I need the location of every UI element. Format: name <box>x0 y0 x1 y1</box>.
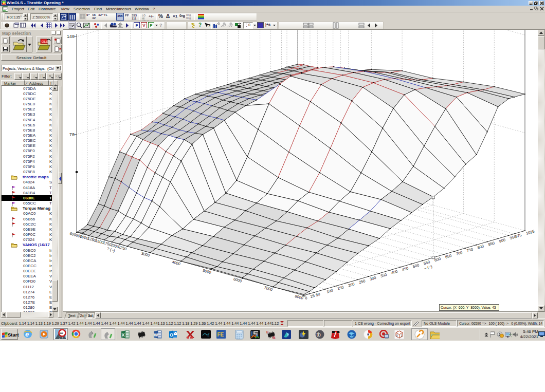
svg-text:♫: ♫ <box>207 334 210 338</box>
svg-text:25: 25 <box>310 293 316 299</box>
svg-text:50: 50 <box>315 292 321 297</box>
svg-text:140: 140 <box>67 34 75 40</box>
svg-text:70: 70 <box>69 133 75 138</box>
svg-text:150: 150 <box>337 285 344 291</box>
svg-text:tb: tb <box>317 332 321 338</box>
svg-text:1025: 1025 <box>525 229 535 236</box>
svg-text:X: X <box>122 332 125 338</box>
svg-text:W: W <box>154 332 158 338</box>
svg-text:F: F <box>266 330 269 334</box>
svg-text:FE: FE <box>217 332 224 338</box>
svg-text:O: O <box>170 332 173 338</box>
svg-text:?: ? <box>208 23 211 28</box>
svg-text:OLS: OLS <box>42 40 48 43</box>
svg-text:5000: 5000 <box>202 268 212 275</box>
svg-text:250: 250 <box>358 278 366 285</box>
svg-text:900: 900 <box>499 237 506 244</box>
svg-text:8000: 8000 <box>294 294 304 301</box>
svg-text:B: B <box>272 335 276 340</box>
svg-text:∞: ∞ <box>60 331 63 335</box>
svg-text:700: 700 <box>456 250 463 256</box>
svg-text:800: 800 <box>477 244 485 250</box>
